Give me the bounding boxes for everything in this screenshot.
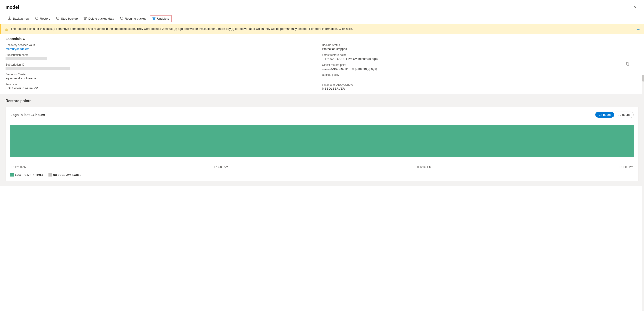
subscription-id-label: Subscription ID — [6, 63, 322, 66]
essentials-section: Essentials ∧ Recovery services vault mer… — [0, 34, 644, 94]
warning-icon: ⚠ — [4, 27, 8, 32]
copy-button[interactable] — [626, 62, 629, 67]
warning-banner: ⚠ The restore points for this backup ite… — [0, 24, 644, 34]
toggle-24h-button[interactable]: 24 hours — [595, 112, 614, 118]
undelete-icon — [152, 17, 156, 21]
svg-line-1 — [57, 18, 58, 19]
scrollbar-track — [642, 75, 644, 311]
recovery-vault-value[interactable]: mercurysoftdelete — [6, 47, 322, 51]
backup-policy-label: Backup policy — [322, 73, 638, 77]
essentials-left-column: Recovery services vault mercurysoftdelet… — [6, 44, 322, 90]
svg-rect-2 — [627, 63, 629, 65]
latest-restore-value: 1/17/2020, 6:01:34 PM (24 minute(s) ago) — [322, 57, 638, 61]
chart-card: Logs in last 24 hours 24 hours 72 hours … — [6, 107, 638, 181]
close-button[interactable]: × — [632, 4, 638, 11]
item-type-value: SQL Server in Azure VM — [6, 86, 322, 90]
oldest-restore-item: Oldest restore point 12/10/2019, 8:02:54… — [322, 63, 638, 71]
instance-item: Instance or AlwaysOn AG MSSQLSERVER — [322, 83, 638, 90]
essentials-chevron-icon: ∧ — [23, 37, 25, 41]
stop-backup-button[interactable]: Stop backup — [54, 15, 80, 22]
subscription-id-value — [6, 67, 70, 70]
legend-swatch-green — [10, 173, 14, 177]
scrollbar-thumb[interactable] — [642, 75, 644, 82]
legend-swatch-gray — [48, 173, 52, 177]
chart-bar-green — [10, 125, 634, 157]
undelete-button[interactable]: Undelete — [150, 15, 172, 22]
delete-icon — [83, 17, 87, 21]
essentials-right-column: Backup Status Protection stopped Latest … — [322, 44, 638, 90]
item-type-label: Item type — [6, 83, 322, 86]
server-cluster-value: sqlserver-1.contoso.com — [6, 77, 322, 80]
server-cluster-item: Server or Cluster sqlserver-1.contoso.co… — [6, 73, 322, 80]
instance-label: Instance or AlwaysOn AG — [322, 83, 638, 86]
delete-backup-button[interactable]: Delete backup data — [81, 15, 116, 22]
backup-icon — [8, 17, 12, 21]
chart-x-axis: Fri 12:00 AM Fri 6:00 AM Fri 12:00 PM Fr… — [10, 165, 634, 169]
info-link-arrow[interactable]: → — [636, 27, 640, 32]
restore-icon — [35, 17, 38, 21]
backup-status-item: Backup Status Protection stopped — [322, 44, 638, 51]
essentials-grid: Recovery services vault mercurysoftdelet… — [6, 44, 638, 94]
subscription-id-item: Subscription ID — [6, 63, 322, 70]
latest-restore-label: Latest restore point — [322, 53, 638, 57]
backup-status-value: Protection stopped — [322, 47, 638, 51]
item-type-item: Item type SQL Server in Azure VM — [6, 83, 322, 90]
restore-points-section: Restore points Logs in last 24 hours 24 … — [0, 94, 644, 186]
modal-title: model — [6, 5, 19, 10]
x-label-3: Fri 12:00 PM — [416, 165, 432, 169]
backup-policy-item: Backup policy - — [322, 73, 638, 80]
recovery-vault-label: Recovery services vault — [6, 44, 322, 47]
x-label-2: Fri 6:00 AM — [214, 165, 228, 169]
x-label-4: Fri 6:00 PM — [619, 165, 633, 169]
instance-value: MSSQLSERVER — [322, 87, 638, 90]
x-label-1: Fri 12:00 AM — [11, 165, 26, 169]
oldest-restore-value: 12/10/2019, 8:02:54 PM (1 month(s) ago) — [322, 67, 638, 71]
time-toggle: 24 hours 72 hours — [595, 112, 634, 118]
subscription-name-label: Subscription name — [6, 53, 322, 57]
backup-status-label: Backup Status — [322, 44, 638, 47]
latest-restore-item: Latest restore point 1/17/2020, 6:01:34 … — [322, 53, 638, 61]
chart-header: Logs in last 24 hours 24 hours 72 hours — [10, 112, 634, 118]
modal-container: model × Backup now Restore — [0, 0, 644, 317]
chart-area: Fri 12:00 AM Fri 6:00 AM Fri 12:00 PM Fr… — [10, 122, 634, 169]
server-cluster-label: Server or Cluster — [6, 73, 322, 76]
legend-log-pit: LOG (POINT IN TIME) — [10, 173, 43, 177]
warning-text: The restore points for this backup item … — [10, 27, 353, 31]
chart-legend: LOG (POINT IN TIME) NO LOGS AVAILABLE — [10, 171, 634, 177]
restore-button[interactable]: Restore — [32, 15, 53, 22]
restore-points-title: Restore points — [6, 99, 638, 103]
modal-header: model × — [0, 0, 644, 13]
resume-backup-button[interactable]: Resume backup — [118, 15, 149, 22]
oldest-restore-label: Oldest restore point — [322, 63, 638, 67]
chart-title: Logs in last 24 hours — [10, 113, 45, 117]
recovery-vault-item: Recovery services vault mercurysoftdelet… — [6, 44, 322, 51]
backup-now-button[interactable]: Backup now — [6, 15, 32, 22]
toolbar: Backup now Restore Stop backup — [0, 13, 644, 24]
stop-icon — [56, 17, 60, 21]
toggle-72h-button[interactable]: 72 hours — [614, 112, 634, 118]
legend-no-logs: NO LOGS AVAILABLE — [48, 173, 82, 177]
backup-policy-value: - — [322, 77, 638, 80]
subscription-name-value — [6, 57, 47, 60]
resume-icon — [120, 17, 124, 21]
subscription-name-item: Subscription name — [6, 53, 322, 60]
essentials-header[interactable]: Essentials ∧ — [6, 37, 638, 41]
